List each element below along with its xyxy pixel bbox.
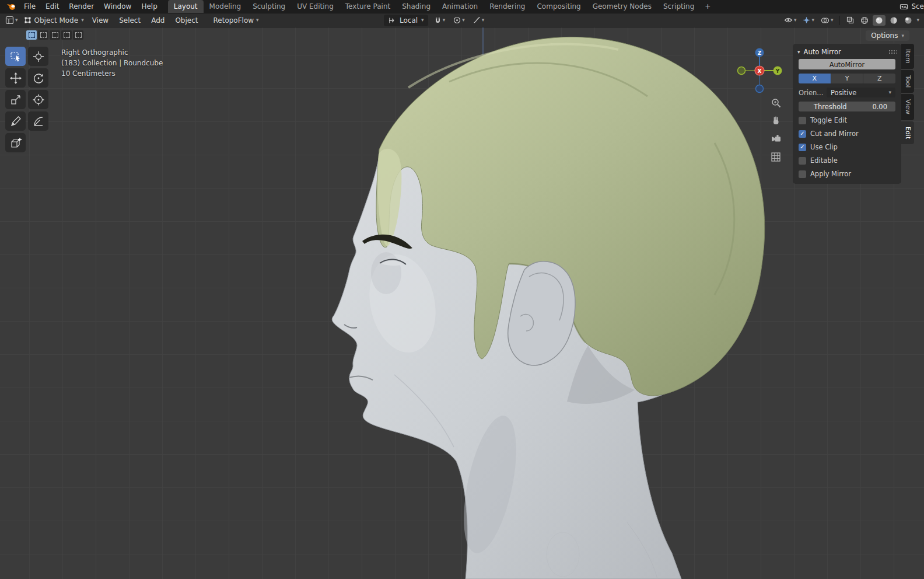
- menu-help[interactable]: Help: [136, 1, 162, 12]
- axis-z-neg-ball[interactable]: [756, 85, 764, 93]
- tool-measure[interactable]: [28, 111, 48, 131]
- workspace-tab-texture-paint[interactable]: Texture Paint: [340, 0, 396, 13]
- select-mode-extend[interactable]: [38, 30, 48, 40]
- workspace-tab-layout[interactable]: Layout: [168, 0, 204, 13]
- workspace-tab-geometry-nodes[interactable]: Geometry Nodes: [587, 0, 657, 13]
- overlays-toggle[interactable]: ▾: [818, 16, 836, 25]
- menu-render[interactable]: Render: [64, 1, 99, 12]
- tool-rotate[interactable]: [28, 68, 48, 88]
- gizmos-toggle[interactable]: ▾: [800, 15, 817, 25]
- checkbox-apply-mirror[interactable]: Apply Mirror: [799, 169, 895, 179]
- checkbox-box[interactable]: ✓: [799, 130, 806, 138]
- zoom-icon: [771, 97, 782, 109]
- navigation-gizmo[interactable]: Z Y X: [738, 48, 782, 93]
- checkbox-box[interactable]: [799, 117, 806, 124]
- tool-scale[interactable]: [5, 90, 26, 109]
- topbar-menus: File Edit Render Window Help: [0, 0, 162, 13]
- tab-view[interactable]: View: [901, 94, 914, 120]
- select-box-icon: [9, 50, 22, 63]
- editor-type-button[interactable]: ▾: [3, 15, 20, 26]
- workspace-tab-compositing[interactable]: Compositing: [531, 0, 586, 13]
- hand-icon: [771, 116, 781, 126]
- tool-cursor[interactable]: [28, 47, 48, 66]
- visibility-dropdown[interactable]: ▾: [782, 16, 799, 25]
- workspace-tab-shading[interactable]: Shading: [396, 0, 436, 13]
- scene-selector[interactable]: Sce: [900, 0, 924, 13]
- collapse-icon[interactable]: ▾: [797, 49, 800, 55]
- checkbox-use-clip[interactable]: ✓ Use Clip: [799, 142, 895, 152]
- checkbox-editable[interactable]: Editable: [799, 156, 895, 165]
- shading-material-button[interactable]: [887, 15, 900, 26]
- checkbox-cut-and-mirror[interactable]: ✓ Cut and Mirror: [799, 129, 895, 138]
- checkbox-toggle-edit[interactable]: Toggle Edit: [799, 116, 895, 125]
- tool-annotate[interactable]: [5, 111, 26, 131]
- menu-file[interactable]: File: [19, 1, 40, 12]
- menu-window[interactable]: Window: [99, 1, 136, 12]
- menu-object[interactable]: Object: [170, 15, 202, 26]
- automirror-button[interactable]: AutoMirror: [799, 59, 895, 69]
- head-model[interactable]: [332, 37, 765, 579]
- workspace-tab-modeling[interactable]: Modeling: [204, 0, 247, 13]
- orientation-row: Orien... Positive ▾: [799, 88, 895, 97]
- workspace-tab-uv-editing[interactable]: UV Editing: [291, 0, 340, 13]
- panel-header[interactable]: ▾ Auto Mirror: [793, 46, 901, 59]
- shading-dropdown[interactable]: ▾: [916, 18, 919, 23]
- add-workspace-button[interactable]: +: [700, 0, 715, 13]
- axis-y-neg-ball[interactable]: [738, 67, 746, 75]
- pan-button[interactable]: [769, 114, 782, 127]
- menu-add[interactable]: Add: [146, 15, 169, 26]
- snap-toggle[interactable]: ▾: [432, 15, 448, 25]
- mode-label: Object Mode: [33, 16, 80, 25]
- zoom-button[interactable]: [769, 96, 782, 109]
- tab-item[interactable]: Item: [901, 44, 914, 69]
- viewport-3d[interactable]: Z Y X Options ▾: [0, 27, 924, 579]
- tool-transform[interactable]: [28, 90, 48, 109]
- menu-view[interactable]: View: [88, 15, 113, 26]
- axis-z-button[interactable]: Z: [863, 74, 895, 83]
- workspace-tab-scripting[interactable]: Scripting: [657, 0, 700, 13]
- material-sphere-icon: [890, 16, 898, 25]
- topbar: File Edit Render Window Help Layout Mode…: [0, 0, 924, 13]
- options-dropdown[interactable]: Options ▾: [866, 30, 909, 41]
- sidebar-tabs: Item Tool View Edit: [901, 44, 924, 144]
- blender-logo-icon[interactable]: [4, 2, 19, 11]
- transform-orientation-dropdown[interactable]: Local ▾: [384, 15, 428, 26]
- select-mode-set[interactable]: [26, 30, 37, 40]
- checkbox-box[interactable]: [799, 170, 806, 178]
- tool-select-box[interactable]: [5, 47, 26, 66]
- workspace-tab-rendering[interactable]: Rendering: [484, 0, 531, 13]
- threshold-slider[interactable]: Threshold 0.00: [799, 102, 895, 111]
- toggle-ortho-button[interactable]: [769, 151, 782, 163]
- checkbox-box[interactable]: ✓: [799, 144, 806, 151]
- falloff-dropdown[interactable]: ▾: [471, 15, 487, 25]
- tool-move[interactable]: [5, 68, 26, 88]
- orientation-icon: [388, 17, 396, 24]
- select-mode-invert[interactable]: [61, 30, 72, 40]
- axis-x-button[interactable]: X: [799, 74, 831, 83]
- camera-view-button[interactable]: [769, 132, 782, 145]
- select-mode-subtract[interactable]: [50, 30, 60, 40]
- threshold-label: Threshold: [814, 103, 847, 111]
- menu-select[interactable]: Select: [114, 15, 145, 26]
- tab-edit[interactable]: Edit: [901, 121, 914, 144]
- menu-edit[interactable]: Edit: [41, 1, 64, 12]
- xray-toggle[interactable]: [844, 15, 856, 25]
- tab-tool[interactable]: Tool: [901, 70, 914, 93]
- checkbox-box[interactable]: [799, 157, 806, 165]
- tool-add-cube[interactable]: [5, 133, 26, 152]
- select-mode-intersect[interactable]: [73, 30, 83, 40]
- panel-drag-handle[interactable]: [888, 50, 897, 54]
- workspace-tab-sculpting[interactable]: Sculpting: [247, 0, 291, 13]
- shading-rendered-button[interactable]: [902, 15, 915, 26]
- axis-z-label: Z: [758, 50, 762, 56]
- shading-wireframe-button[interactable]: [858, 15, 871, 26]
- axis-y-button[interactable]: Y: [831, 74, 863, 83]
- retopoflow-menu[interactable]: RetopoFlow ▾: [209, 15, 264, 26]
- shading-solid-button[interactable]: [873, 15, 886, 26]
- workspace-tab-animation[interactable]: Animation: [436, 0, 484, 13]
- orientation-select[interactable]: Positive ▾: [827, 88, 895, 97]
- mode-selector[interactable]: Object Mode ▾: [22, 15, 86, 26]
- falloff-curve-icon: [473, 16, 481, 24]
- select-subtract-icon: [52, 32, 58, 38]
- proportional-editing-toggle[interactable]: ▾: [451, 15, 467, 25]
